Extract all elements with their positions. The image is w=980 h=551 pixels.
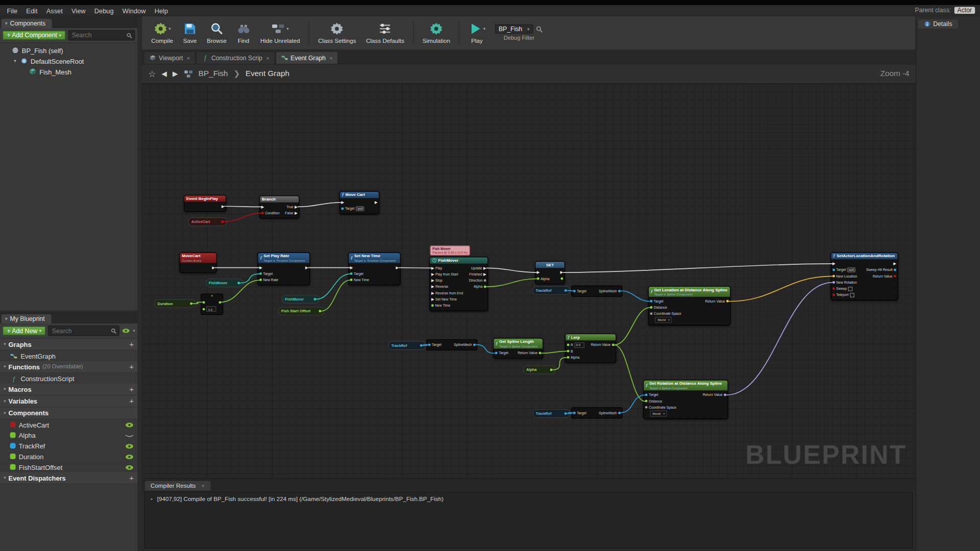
list-item-activecart[interactable]: ActiveCart (0, 419, 137, 430)
toolbar-browse-button[interactable]: Browse (203, 19, 231, 46)
graph-node-duration-get[interactable]: Duration (154, 299, 195, 308)
section-functions[interactable]: ▾Functions(20 Overridable)+ (0, 361, 137, 373)
float-pin[interactable] (484, 286, 486, 288)
graph-node-get-rotation-at-distance[interactable]: ƒGet Rotation at Distance Along SplineTa… (643, 380, 728, 419)
exec-pin[interactable]: ▶ (537, 270, 540, 274)
toolbar-play-button[interactable]: ▾Play (464, 19, 490, 46)
graph-node-move-cart-event[interactable]: MoveCartCustom Event▶ (179, 253, 216, 273)
object-pin[interactable] (618, 290, 621, 292)
graph-node-alpha-get[interactable]: Alpha (523, 365, 556, 374)
object-pin[interactable] (645, 394, 648, 396)
object-pin[interactable] (495, 352, 498, 355)
close-icon[interactable]: × (202, 483, 205, 489)
float-pin[interactable] (350, 279, 353, 282)
rotator-pin[interactable] (832, 281, 835, 284)
toolbar-simulation-button[interactable]: Simulation (418, 19, 454, 46)
section-macros[interactable]: ▾Macros+ (0, 384, 137, 395)
add-icon[interactable]: + (129, 363, 134, 370)
float-pin[interactable] (259, 279, 262, 282)
object-pin[interactable] (573, 290, 576, 292)
bool-pin[interactable] (221, 220, 224, 223)
graph-node-set-play-rate[interactable]: ƒSet Play RateTarget is Timeline Compone… (257, 253, 310, 286)
graph-node-set-actor-location-rotation[interactable]: ƒSetActorLocationAndRotation▶▶Targetself… (830, 253, 898, 300)
graph-node-track-ref-get-3[interactable]: TrackRef (532, 409, 570, 418)
exec-pin[interactable]: ▶ (375, 201, 378, 204)
graph-node-move-cart-call[interactable]: ƒMove Cart▶▶Targetself (339, 191, 379, 214)
back-arrow-icon[interactable]: ◀ (162, 70, 167, 78)
graph-node-fish-mover-timeline[interactable]: Fish MoverPaused @ 0.00 s (0.0 %)FishMov… (429, 257, 488, 311)
my-blueprint-search[interactable] (48, 325, 119, 336)
vertical-splitter[interactable] (138, 16, 142, 551)
object-pin[interactable] (565, 412, 567, 415)
expander-open-icon[interactable]: ▾ (12, 58, 17, 63)
section-event-dispatchers[interactable]: ▾Event Dispatchers+ (0, 472, 137, 484)
enum-pin[interactable] (650, 313, 652, 315)
forward-arrow-icon[interactable]: ▶ (173, 70, 178, 78)
float-pin[interactable] (318, 310, 321, 312)
debug-object-select[interactable]: BP_Fish▾ (495, 24, 533, 34)
tab-my-blueprint[interactable]: ▾ My Blueprint (1, 314, 51, 323)
graph-node-event-begin-play[interactable]: Event BeginPlay▶ (184, 195, 226, 212)
exec-pin[interactable]: ▶ (431, 291, 434, 295)
eye-closed-icon[interactable] (125, 432, 134, 438)
exec-pin[interactable]: ▶ (222, 205, 225, 208)
menu-asset[interactable]: Asset (42, 7, 67, 14)
timeline-pin[interactable] (259, 272, 262, 275)
section-components[interactable]: ▾Components (0, 407, 137, 419)
float-pin[interactable] (550, 368, 553, 371)
timeline-pin[interactable] (314, 298, 316, 300)
graph-node-active-cart-get[interactable]: ActiveCart (188, 217, 227, 226)
float-pin[interactable] (203, 308, 205, 310)
float-pin[interactable] (645, 400, 648, 403)
vector-pin[interactable] (832, 275, 835, 278)
close-icon[interactable]: × (266, 55, 269, 61)
toolbar-hide-unrelated-button[interactable]: ▾Hide Unrelated (256, 19, 304, 46)
tree-item-bp-fish-self[interactable]: BP_Fish (self) (0, 45, 137, 56)
event-graph-canvas[interactable]: BLUEPRINT Event BeginPlay▶Branch▶True▶Co… (142, 84, 916, 479)
toolbar-class-defaults-button[interactable]: Class Defaults (362, 19, 409, 46)
exec-pin[interactable]: ▶ (560, 270, 564, 274)
add-icon[interactable]: + (129, 340, 134, 348)
object-pin[interactable] (618, 411, 621, 414)
graph-node-lerp[interactable]: ƒLerpA0.0Return ValueBAlpha (565, 334, 616, 363)
float-pin[interactable] (537, 278, 540, 280)
object-pin[interactable] (473, 343, 476, 346)
components-search-input[interactable] (70, 31, 126, 39)
graph-node-set-new-time[interactable]: ƒSet New TimeTarget is Timeline Componen… (348, 253, 401, 286)
exec-pin[interactable]: ▶ (259, 266, 262, 269)
menu-window[interactable]: Window (118, 7, 150, 14)
menu-help[interactable]: Help (150, 7, 173, 14)
tab-details[interactable]: Details (918, 19, 958, 29)
float-pin[interactable] (431, 304, 434, 307)
object-pin[interactable] (420, 344, 423, 347)
menu-view[interactable]: View (67, 7, 90, 14)
exec-pin[interactable]: ▶ (431, 266, 434, 270)
graph-node-track-ref-get-1[interactable]: TrackRef (532, 286, 570, 295)
exec-pin[interactable]: ▶ (396, 266, 399, 269)
list-item-eventgraph[interactable]: EventGraph (0, 350, 137, 361)
rotator-pin[interactable] (724, 394, 726, 396)
section-graphs[interactable]: ▾Graphs+ (0, 339, 137, 350)
graph-node-fish-start-offset-get[interactable]: Fish Start Offset (278, 307, 325, 315)
exec-pin[interactable]: ▶ (350, 266, 353, 269)
eye-open-icon[interactable] (125, 421, 134, 428)
components-search[interactable] (68, 30, 135, 41)
float-pin[interactable] (567, 356, 570, 359)
float-pin[interactable] (539, 352, 542, 355)
object-pin[interactable] (573, 411, 576, 414)
object-pin[interactable] (341, 208, 344, 210)
checkbox[interactable] (850, 293, 854, 297)
chevron-down-icon[interactable]: ▾ (133, 328, 135, 333)
list-item-fishstartoffset[interactable]: FishStartOffset (0, 462, 137, 472)
exec-pin[interactable]: ▶ (431, 279, 434, 282)
chevron-down-icon[interactable]: ▾ (168, 26, 170, 31)
eye-open-icon[interactable] (125, 443, 134, 449)
tree-item-defaultsceneroot[interactable]: ▾DefaultSceneRoot (0, 56, 137, 66)
menu-edit[interactable]: Edit (22, 7, 42, 14)
graph-node-fish-mover-get-1[interactable]: FishMover (206, 279, 243, 287)
toolbar-find-button[interactable]: Find (232, 19, 255, 46)
tab-construction-scrip[interactable]: fConstruction Scrip× (196, 51, 275, 63)
add-icon[interactable]: + (129, 397, 134, 405)
add-icon[interactable]: + (129, 386, 134, 393)
object-pin[interactable] (650, 300, 652, 303)
